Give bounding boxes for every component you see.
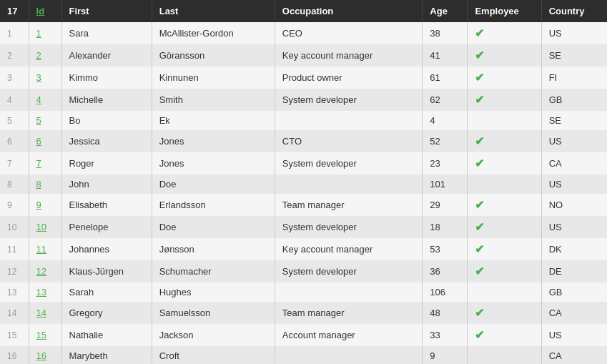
table-row: 1111JohannesJønssonKey account manager53… xyxy=(0,238,607,260)
table-row: 1313SarahHughes106GB xyxy=(0,282,607,302)
cell-last: Göransson xyxy=(152,44,275,67)
cell-occupation: System developer xyxy=(275,216,423,238)
cell-age: 9 xyxy=(423,346,468,364)
cell-last: Jønsson xyxy=(152,238,275,260)
cell-occupation: CTO xyxy=(275,130,423,152)
cell-country: GB xyxy=(541,282,607,302)
checkmark-icon: ✔ xyxy=(475,329,484,341)
cell-id[interactable]: 10 xyxy=(29,216,61,238)
cell-age: 36 xyxy=(423,260,468,282)
cell-last: Ek xyxy=(152,111,275,130)
checkmark-icon: ✔ xyxy=(475,199,484,211)
cell-last: Jones xyxy=(152,152,275,174)
cell-id[interactable]: 8 xyxy=(29,174,61,194)
cell-country: US xyxy=(541,22,607,44)
cell-first: Elisabeth xyxy=(61,194,152,216)
cell-row-num: 6 xyxy=(0,130,29,152)
cell-country: DE xyxy=(541,260,607,282)
cell-employee: ✔ xyxy=(468,152,541,174)
cell-first: Klaus-Jürgen xyxy=(61,260,152,282)
cell-country: SE xyxy=(541,111,607,130)
header-id[interactable]: Id xyxy=(29,0,61,22)
table-row: 99ElisabethErlandssonTeam manager29✔NO xyxy=(0,194,607,216)
cell-age: 61 xyxy=(423,67,468,89)
cell-id[interactable]: 11 xyxy=(29,238,61,260)
cell-first: Roger xyxy=(61,152,152,174)
table-row: 77RogerJonesSystem developer23✔CA xyxy=(0,152,607,174)
cell-age: 62 xyxy=(423,89,468,111)
cell-employee: ✔ xyxy=(468,260,541,282)
cell-last: Croft xyxy=(152,346,275,364)
header-employee: Employee xyxy=(468,0,541,22)
cell-id[interactable]: 3 xyxy=(29,67,61,89)
cell-occupation xyxy=(275,111,423,130)
cell-row-num: 5 xyxy=(0,111,29,130)
cell-employee: ✔ xyxy=(468,22,541,44)
table-row: 55BoEk4SE xyxy=(0,111,607,130)
cell-occupation: Account manager xyxy=(275,324,423,346)
cell-row-num: 1 xyxy=(0,22,29,44)
cell-last: Schumacher xyxy=(152,260,275,282)
cell-country: CA xyxy=(541,152,607,174)
cell-occupation: CEO xyxy=(275,22,423,44)
cell-first: Marybeth xyxy=(61,346,152,364)
cell-id[interactable]: 7 xyxy=(29,152,61,174)
cell-row-num: 10 xyxy=(0,216,29,238)
cell-first: Nathalie xyxy=(61,324,152,346)
cell-employee: ✔ xyxy=(468,44,541,67)
cell-first: Sara xyxy=(61,22,152,44)
cell-id[interactable]: 15 xyxy=(29,324,61,346)
cell-row-num: 3 xyxy=(0,67,29,89)
checkmark-icon: ✔ xyxy=(475,27,484,39)
header-row: 17 Id First Last Occupation Age Employee… xyxy=(0,0,607,22)
cell-employee: ✔ xyxy=(468,130,541,152)
cell-first: Alexander xyxy=(61,44,152,67)
cell-country: US xyxy=(541,216,607,238)
header-occupation: Occupation xyxy=(275,0,423,22)
table-row: 1515NathalieJacksonAccount manager33✔US xyxy=(0,324,607,346)
cell-occupation: Team manager xyxy=(275,194,423,216)
checkmark-icon: ✔ xyxy=(475,135,484,147)
cell-first: Bo xyxy=(61,111,152,130)
cell-row-num: 11 xyxy=(0,238,29,260)
cell-age: 48 xyxy=(423,302,468,324)
cell-id[interactable]: 1 xyxy=(29,22,61,44)
table-row: 66JessicaJonesCTO52✔US xyxy=(0,130,607,152)
cell-id[interactable]: 4 xyxy=(29,89,61,111)
cell-first: Michelle xyxy=(61,89,152,111)
cell-age: 101 xyxy=(423,174,468,194)
cell-row-num: 16 xyxy=(0,346,29,364)
cell-id[interactable]: 12 xyxy=(29,260,61,282)
cell-last: Hughes xyxy=(152,282,275,302)
cell-occupation: Key account manager xyxy=(275,238,423,260)
cell-last: Smith xyxy=(152,89,275,111)
cell-id[interactable]: 6 xyxy=(29,130,61,152)
table-row: 88JohnDoe101US xyxy=(0,174,607,194)
table-row: 11SaraMcAllister-GordonCEO38✔US xyxy=(0,22,607,44)
cell-id[interactable]: 5 xyxy=(29,111,61,130)
header-age: Age xyxy=(423,0,468,22)
cell-last: Doe xyxy=(152,216,275,238)
cell-first: Kimmo xyxy=(61,67,152,89)
table-row: 1616MarybethCroft9CA xyxy=(0,346,607,364)
cell-age: 18 xyxy=(423,216,468,238)
cell-id[interactable]: 9 xyxy=(29,194,61,216)
cell-employee xyxy=(468,174,541,194)
cell-last: Kinnunen xyxy=(152,67,275,89)
cell-occupation xyxy=(275,282,423,302)
cell-row-num: 7 xyxy=(0,152,29,174)
cell-age: 33 xyxy=(423,324,468,346)
cell-id[interactable]: 2 xyxy=(29,44,61,67)
table-row: 1010PenelopeDoeSystem developer18✔US xyxy=(0,216,607,238)
cell-row-num: 2 xyxy=(0,44,29,67)
table-row: 33KimmoKinnunenProduct owner61✔FI xyxy=(0,67,607,89)
header-first: First xyxy=(61,0,152,22)
cell-id[interactable]: 13 xyxy=(29,282,61,302)
checkmark-icon: ✔ xyxy=(475,265,484,277)
checkmark-icon: ✔ xyxy=(475,307,484,319)
header-row-num: 17 xyxy=(0,0,29,22)
cell-id[interactable]: 16 xyxy=(29,346,61,364)
checkmark-icon: ✔ xyxy=(475,94,484,106)
cell-id[interactable]: 14 xyxy=(29,302,61,324)
cell-age: 41 xyxy=(423,44,468,67)
